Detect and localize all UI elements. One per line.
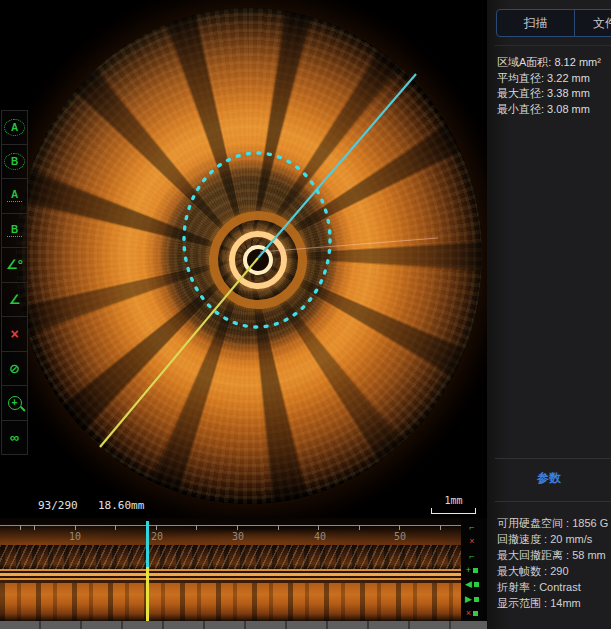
min-diameter: 最小直径: 3.08 mm — [497, 102, 609, 118]
range-end-button[interactable]: ⌐ — [469, 552, 474, 561]
red-cross-icon: × — [469, 537, 474, 546]
measurement-overlay — [0, 0, 487, 518]
delete-marker-button[interactable]: × — [469, 537, 474, 546]
max-diameter-line-cyan[interactable] — [258, 74, 416, 258]
add-bookmark-button[interactable]: + — [466, 566, 478, 575]
mean-diameter: 平均直径: 3.22 mm — [497, 71, 609, 87]
zoom-in-button[interactable]: + — [1, 386, 28, 421]
area-a-value: 区域A面积: 8.12 mm² — [497, 55, 609, 71]
right-triangle-icon: ▶ — [465, 595, 472, 604]
eye-slash-icon: ⊘ — [9, 361, 20, 376]
diameter-b-icon: B — [7, 224, 22, 237]
display-range-param: 显示范围 : 14mm — [497, 595, 609, 611]
ruler-label-10: 10 — [65, 531, 85, 542]
measurement-toolbar: A B A B ∠° ∠ × ⊘ + ∞ — [1, 110, 28, 455]
plus-icon: + — [466, 566, 471, 575]
max-pullback-param: 最大回撤距离 : 58 mm — [497, 547, 609, 563]
area-a-contour[interactable] — [184, 153, 330, 327]
panel-tab-bar: 扫描 文件 — [496, 9, 611, 37]
bracket-icon: ⌐ — [469, 523, 474, 532]
angle-tool-button[interactable]: ∠° — [1, 248, 28, 283]
delete-measure-button[interactable]: × — [1, 317, 28, 352]
frame-cursor-upper[interactable] — [146, 521, 149, 567]
link-views-button[interactable]: ∞ — [1, 421, 28, 456]
panel-divider — [495, 501, 611, 502]
frame-counter: 93/290 — [38, 499, 78, 512]
pullback-scrollbar[interactable] — [0, 621, 487, 629]
line-icon: ∠ — [9, 292, 21, 307]
infinity-link-icon: ∞ — [10, 430, 19, 445]
frame-cursor-lower[interactable] — [146, 567, 149, 621]
remove-bookmark-button[interactable]: × — [466, 609, 478, 618]
area-b-icon: B — [4, 153, 25, 170]
marker-square-icon — [473, 568, 478, 573]
bracket-icon: ⌐ — [469, 552, 474, 561]
disk-space-param: 可用硬盘空间 : 1856 G — [497, 515, 609, 531]
scale-bar — [431, 508, 476, 514]
panel-divider — [495, 45, 611, 46]
tab-scan[interactable]: 扫描 — [497, 10, 575, 36]
panel-divider — [495, 458, 611, 459]
longitudinal-vessel-wall-lower — [0, 583, 461, 621]
min-diameter-line-yellow[interactable] — [100, 258, 258, 447]
measurement-results: 区域A面积: 8.12 mm² 平均直径: 3.22 mm 最大直径: 3.38… — [497, 55, 609, 117]
area-b-tool-button[interactable]: B — [1, 145, 28, 180]
parameters-title[interactable]: 参数 — [487, 470, 611, 487]
left-triangle-icon: ◀ — [465, 580, 472, 589]
magnifier-plus-icon: + — [8, 396, 22, 410]
parameter-list: 可用硬盘空间 : 1856 G 回撤速度 : 20 mm/s 最大回撤距离 : … — [497, 515, 609, 611]
ruler-label-50: 50 — [390, 531, 410, 542]
range-start-button[interactable]: ⌐ — [469, 523, 474, 532]
tab-file[interactable]: 文件 — [575, 10, 611, 36]
pullback-speed-param: 回撤速度 : 20 mm/s — [497, 531, 609, 547]
step-back-button[interactable]: ◀ — [465, 580, 479, 589]
oct-cross-section-view[interactable]: A B A B ∠° ∠ × ⊘ + ∞ 93/290 18.60mm 1mm — [0, 0, 487, 518]
area-a-tool-button[interactable]: A — [1, 110, 28, 145]
guidewire-line — [260, 238, 438, 252]
longitudinal-view[interactable]: 10 20 30 40 50 ⌐ × ⌐ + ◀ ▶ × — [0, 518, 487, 629]
area-a-icon: A — [4, 119, 25, 136]
line-tool-button[interactable]: ∠ — [1, 283, 28, 318]
delete-cross-icon: × — [10, 326, 18, 342]
play-forward-button[interactable]: ▶ — [465, 595, 479, 604]
ruler-label-30: 30 — [228, 531, 248, 542]
max-diameter: 最大直径: 3.38 mm — [497, 86, 609, 102]
red-cross-icon: × — [466, 609, 471, 618]
diameter-b-tool-button[interactable]: B — [1, 214, 28, 249]
max-frames-param: 最大帧数 : 290 — [497, 563, 609, 579]
ruler-label-20: 20 — [147, 531, 167, 542]
longitudinal-mini-toolbar: ⌐ × ⌐ + ◀ ▶ × — [461, 520, 483, 621]
marker-square-icon — [474, 582, 479, 587]
angle-icon: ∠° — [6, 257, 23, 272]
hide-measure-button[interactable]: ⊘ — [1, 352, 28, 387]
ruler-label-40: 40 — [310, 531, 330, 542]
diameter-a-tool-button[interactable]: A — [1, 179, 28, 214]
pullback-ruler — [0, 525, 461, 530]
longitudinal-catheter-band — [0, 569, 461, 583]
marker-square-icon — [474, 597, 479, 602]
scale-bar-label: 1mm — [431, 495, 476, 506]
marker-square-icon — [473, 611, 478, 616]
refractive-index-param: 折射率 : Contrast — [497, 579, 609, 595]
pullback-distance: 18.60mm — [98, 499, 144, 512]
diameter-a-icon: A — [7, 189, 22, 202]
